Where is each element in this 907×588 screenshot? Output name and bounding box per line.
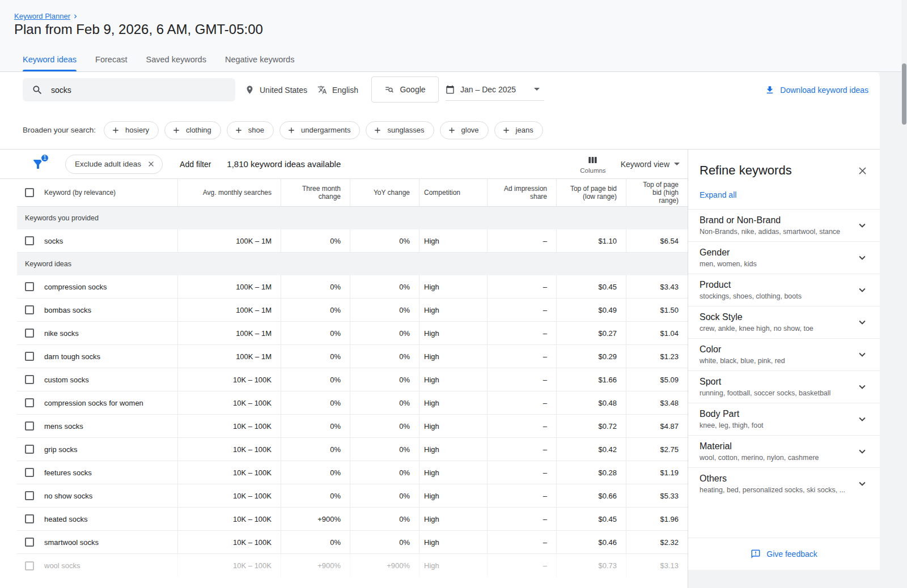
close-icon[interactable] xyxy=(147,160,155,168)
select-all-checkbox[interactable] xyxy=(25,188,34,197)
broaden-search-row: Broaden your search: hosiery clothing sh… xyxy=(23,121,868,139)
language-selector[interactable]: English xyxy=(317,78,358,101)
row-checkbox[interactable] xyxy=(25,514,34,523)
refine-section-others[interactable]: Others heating, bed, personalized socks,… xyxy=(688,467,880,500)
bid-low-cell: $1.66 xyxy=(556,368,626,391)
broaden-chip[interactable]: shoe xyxy=(227,121,274,139)
row-checkbox[interactable] xyxy=(25,329,34,338)
chevron-down-icon xyxy=(856,413,868,425)
refine-section-sock-style[interactable]: Sock Style crew, ankle, knee high, no sh… xyxy=(688,306,880,338)
row-checkbox[interactable] xyxy=(25,375,34,384)
column-header-top-of-page-bid-high[interactable]: Top of page bid (high range) xyxy=(626,179,688,206)
keyword-cell: wool socks xyxy=(44,561,80,570)
row-checkbox[interactable] xyxy=(25,305,34,314)
row-checkbox[interactable] xyxy=(25,561,34,570)
page-scrollbar[interactable] xyxy=(901,0,907,588)
three-month-change-cell: 0% xyxy=(281,345,350,368)
keyword-view-selector[interactable]: Keyword view xyxy=(621,160,680,169)
bid-high-cell: $1.96 xyxy=(626,508,688,530)
refine-section-gender[interactable]: Gender men, women, kids xyxy=(688,241,880,274)
refine-keywords-panel: Refine keywords Expand all Brand or Non-… xyxy=(688,150,880,588)
columns-button[interactable]: Columns xyxy=(580,155,605,174)
tab-negative-keywords[interactable]: Negative keywords xyxy=(225,48,295,71)
close-icon[interactable] xyxy=(857,165,868,177)
location-selector[interactable]: United States xyxy=(245,78,307,101)
expand-all-link[interactable]: Expand all xyxy=(700,190,868,199)
filter-button[interactable]: 1 xyxy=(31,157,45,171)
add-filter-button[interactable]: Add filter xyxy=(180,160,211,169)
tab-keyword-ideas[interactable]: Keyword ideas xyxy=(23,48,77,71)
broaden-chip[interactable]: hosiery xyxy=(104,121,159,139)
refine-section-title: Sport xyxy=(700,377,830,387)
filter-count-badge: 1 xyxy=(40,154,49,163)
broaden-chip[interactable]: jeans xyxy=(494,121,543,139)
give-feedback-button[interactable]: Give feedback xyxy=(688,538,880,570)
refine-section-subtitle: white, black, blue, pink, red xyxy=(700,357,785,365)
network-label: Google xyxy=(400,85,425,94)
column-header-top-of-page-bid-low[interactable]: Top of page bid (low range) xyxy=(556,179,626,206)
row-checkbox[interactable] xyxy=(25,352,34,361)
bid-high-cell: $2.75 xyxy=(626,438,688,461)
refine-section-sport[interactable]: Sport running, football, soccer socks, b… xyxy=(688,370,880,403)
row-checkbox[interactable] xyxy=(25,538,34,547)
date-range-selector[interactable]: Jan – Dec 2025 xyxy=(446,78,544,101)
keyword-table: Keyword (by relevance) Avg. monthly sear… xyxy=(17,179,688,577)
plus-icon xyxy=(234,126,243,135)
row-checkbox[interactable] xyxy=(25,491,34,500)
refine-section-body-part[interactable]: Body Part knee, leg, thigh, foot xyxy=(688,403,880,435)
column-header-avg-monthly-searches[interactable]: Avg. monthly searches xyxy=(177,179,281,206)
plus-icon xyxy=(373,126,382,135)
competition-cell: High xyxy=(419,461,487,484)
download-keyword-ideas-button[interactable]: Download keyword ideas xyxy=(765,78,868,101)
competition-cell: High xyxy=(419,322,487,344)
bid-low-cell: $0.73 xyxy=(556,554,626,577)
refine-section-color[interactable]: Color white, black, blue, pink, red xyxy=(688,338,880,370)
bid-high-cell: $3.48 xyxy=(626,391,688,414)
row-checkbox[interactable] xyxy=(25,421,34,431)
column-header-competition[interactable]: Competition xyxy=(419,179,487,206)
broaden-chip[interactable]: glove xyxy=(440,121,489,139)
ad-impression-share-cell: – xyxy=(487,345,556,368)
refine-section-material[interactable]: Material wool, cotton, merino, nylon, ca… xyxy=(688,435,880,467)
bid-low-cell: $0.66 xyxy=(556,484,626,507)
row-checkbox[interactable] xyxy=(25,445,34,454)
column-header-yoy-change[interactable]: YoY change xyxy=(350,179,419,206)
bid-low-cell: $0.45 xyxy=(556,275,626,298)
bid-high-cell: $1.19 xyxy=(626,461,688,484)
competition-cell: High xyxy=(419,275,487,298)
three-month-change-cell: 0% xyxy=(281,438,350,461)
search-icon xyxy=(32,84,43,96)
column-header-three-month-change[interactable]: Three month change xyxy=(281,179,350,206)
keyword-search-box[interactable] xyxy=(23,78,235,101)
row-checkbox[interactable] xyxy=(25,282,34,291)
row-checkbox[interactable] xyxy=(25,398,34,407)
column-header-ad-impression-share[interactable]: Ad impression share xyxy=(487,179,556,206)
refine-section-brand-or-non-brand[interactable]: Brand or Non-Brand Non-Brands, nike, adi… xyxy=(688,209,880,241)
ad-impression-share-cell: – xyxy=(487,554,556,577)
location-label: United States xyxy=(260,86,307,95)
row-checkbox[interactable] xyxy=(25,236,34,245)
plus-icon xyxy=(502,126,511,135)
tab-saved-keywords[interactable]: Saved keywords xyxy=(146,48,206,71)
ad-impression-share-cell: – xyxy=(487,368,556,391)
tab-forecast[interactable]: Forecast xyxy=(95,48,127,71)
bid-high-cell: $1.04 xyxy=(626,322,688,344)
row-checkbox[interactable] xyxy=(25,468,34,477)
broaden-chip[interactable]: clothing xyxy=(164,121,221,139)
breadcrumb-link-keyword-planner[interactable]: Keyword Planner xyxy=(14,12,70,20)
refine-section-product[interactable]: Product stockings, shoes, clothing, boot… xyxy=(688,274,880,306)
network-selector[interactable]: Google xyxy=(371,76,439,103)
competition-cell: High xyxy=(419,531,487,553)
avg-monthly-searches-cell: 100K – 1M xyxy=(177,275,281,298)
broaden-chip[interactable]: undergarments xyxy=(279,121,360,139)
refine-section-subtitle: running, football, soccer socks, basketb… xyxy=(700,389,830,397)
three-month-change-cell: 0% xyxy=(281,531,350,553)
yoy-change-cell: 0% xyxy=(350,229,419,252)
broaden-chip[interactable]: sunglasses xyxy=(366,121,434,139)
search-input[interactable] xyxy=(51,86,226,95)
exclude-adult-ideas-chip[interactable]: Exclude adult ideas xyxy=(65,155,163,174)
column-header-keyword[interactable]: Keyword (by relevance) xyxy=(17,179,177,206)
ad-impression-share-cell: – xyxy=(487,415,556,437)
scrollbar-thumb[interactable] xyxy=(902,63,906,125)
download-icon xyxy=(765,85,775,95)
